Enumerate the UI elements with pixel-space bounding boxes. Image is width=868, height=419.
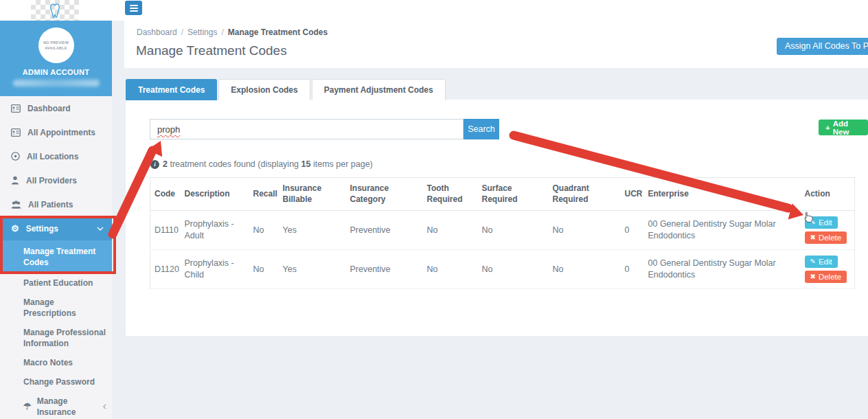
treatment-codes-table: Code Description Recall Insurance Billab… [150,177,855,289]
cell-enterprise: 00 General Dentistry Sugar Molar Endodon… [644,211,801,250]
sidebar-subitem-macro-notes[interactable]: Macro Notes [0,353,112,372]
delete-button[interactable]: ✖Delete [805,231,847,244]
breadcrumb-settings[interactable]: Settings [187,27,217,37]
chevron-down-icon [97,227,104,231]
tab-treatment-codes[interactable]: Treatment Codes [126,79,217,100]
cell-action: ✎Edit ✖Delete [801,250,855,289]
sidebar-item-label: Settings [26,224,58,234]
id-card-icon [11,128,21,137]
cell-ucr: 0 [621,211,644,250]
hamburger-icon [130,5,138,6]
cell-tooth-required: No [423,250,478,289]
cell-code: D1120 [150,250,181,289]
sidebar-subitem-patient-education[interactable]: Patient Education [0,273,112,293]
sidebar-item-label: All Patients [28,200,73,210]
col-insurance-billable: Insurance Billable [279,178,346,211]
sidebar: NO PREVIEW AVAILABLE ADMIN ACCOUNT Dashb… [0,21,112,419]
edit-button[interactable]: ✎Edit [805,216,838,229]
sidebar-item-all-providers[interactable]: All Providers [0,168,112,192]
tab-bar: Treatment Codes Explosion Codes Payment … [126,79,446,100]
sidebar-toggle-button[interactable] [125,1,142,15]
sidebar-item-label: Dashboard [27,104,71,113]
info-icon: i [150,160,159,169]
cell-action: ✎Edit ✖Delete [801,211,855,250]
sidebar-subitem-manage-professional-information[interactable]: Manage Professional Information [0,323,112,353]
account-name: ADMIN ACCOUNT [23,68,90,76]
location-icon [11,152,20,161]
sidebar-subitem-manage-insurance[interactable]: ☂ Manage Insurance [0,392,112,419]
col-quadrant-required: Quadrant Required [549,178,621,211]
col-action: Action [801,178,855,211]
top-bar [0,0,868,21]
sidebar-subitem-manage-prescriptions[interactable]: Manage Prescriptions [0,293,112,323]
sidebar-item-all-appointments[interactable]: All Appointments [0,120,112,144]
gear-icon: ⚙ [11,224,19,233]
edit-button[interactable]: ✎Edit [805,256,838,268]
cell-code: D1110 [150,211,181,250]
sidebar-item-dashboard[interactable]: Dashboard [0,96,112,120]
cell-surface-required: No [478,250,549,289]
search-button[interactable]: Search [464,119,499,139]
sidebar-item-label: All Appointments [27,128,95,137]
col-recall: Recall [249,178,279,211]
sidebar-subitem-change-password[interactable]: Change Password [0,372,112,392]
cell-insurance-billable: Yes [279,211,346,250]
search-input-value: proph [157,124,180,135]
results-summary: i 2 treatment codes found (displaying 15… [150,159,373,169]
sidebar-item-label: All Locations [27,152,78,161]
cell-ucr: 0 [621,250,644,289]
app-logo [31,0,79,21]
cell-description: Prophylaxis - Child [181,250,249,289]
cell-surface-required: No [478,211,549,250]
patients-group-icon [11,201,21,209]
breadcrumb-dashboard[interactable]: Dashboard [137,27,177,37]
col-ucr: UCR [621,178,644,211]
cell-tooth-required: No [423,211,478,250]
sidebar-profile: NO PREVIEW AVAILABLE ADMIN ACCOUNT [0,21,112,96]
sidebar-item-settings[interactable]: ⚙ Settings [0,216,112,240]
cell-description: Prophylaxis - Adult [181,211,249,250]
cell-insurance-category: Preventive [346,250,423,289]
col-tooth-required: Tooth Required [423,178,478,211]
avatar: NO PREVIEW AVAILABLE [38,27,74,63]
cell-recall: No [249,250,279,289]
assign-all-codes-button[interactable]: Assign All Codes To Provi [777,38,868,55]
delete-icon: ✖ [810,234,816,241]
table-row: D1120 Prophylaxis - Child No Yes Prevent… [150,250,855,289]
sidebar-nav: Dashboard All Appointments All Locations… [0,96,112,419]
cell-enterprise: 00 General Dentistry Sugar Molar Endodon… [644,250,801,289]
tab-explosion-codes[interactable]: Explosion Codes [218,79,310,100]
cell-quadrant-required: No [549,211,621,250]
tooth-logo-icon [43,1,67,20]
cell-quadrant-required: No [549,250,621,289]
cell-insurance-category: Preventive [346,211,423,250]
cell-insurance-billable: Yes [279,250,346,289]
table-header-row: Code Description Recall Insurance Billab… [150,178,855,211]
account-email-redacted [13,80,100,87]
avatar-placeholder-text: NO PREVIEW AVAILABLE [38,40,74,52]
col-enterprise: Enterprise [644,178,801,211]
table-row: D1110 Prophylaxis - Adult No Yes Prevent… [150,211,855,250]
cell-recall: No [249,211,279,250]
col-code: Code [150,178,181,211]
delete-button[interactable]: ✖Delete [805,271,847,283]
add-new-button[interactable]: + Add New [819,120,868,135]
content-header: Dashboard/Settings/Manage Treatment Code… [124,21,868,68]
sidebar-item-all-patients[interactable]: All Patients [0,192,112,216]
id-card-icon [11,104,21,113]
plus-icon: + [825,124,830,132]
col-surface-required: Surface Required [478,178,549,211]
chevron-left-icon [103,403,106,410]
sidebar-item-all-locations[interactable]: All Locations [0,144,112,168]
edit-icon: ✎ [810,219,816,226]
delete-icon: ✖ [810,273,816,280]
tab-payment-adjustment-codes[interactable]: Payment Adjustment Codes [312,79,446,100]
treatment-codes-panel: proph Search + Add New i 2 treatment cod… [126,100,868,336]
page-title: Manage Treatment Codes [136,43,287,58]
sidebar-item-label: All Providers [26,176,77,185]
col-description: Description [181,178,249,211]
col-insurance-category: Insurance Category [346,178,423,211]
search-input[interactable]: proph [150,119,464,139]
edit-icon: ✎ [810,258,816,265]
sidebar-subitem-manage-treatment-codes[interactable]: Manage Treatment Codes [0,240,112,273]
